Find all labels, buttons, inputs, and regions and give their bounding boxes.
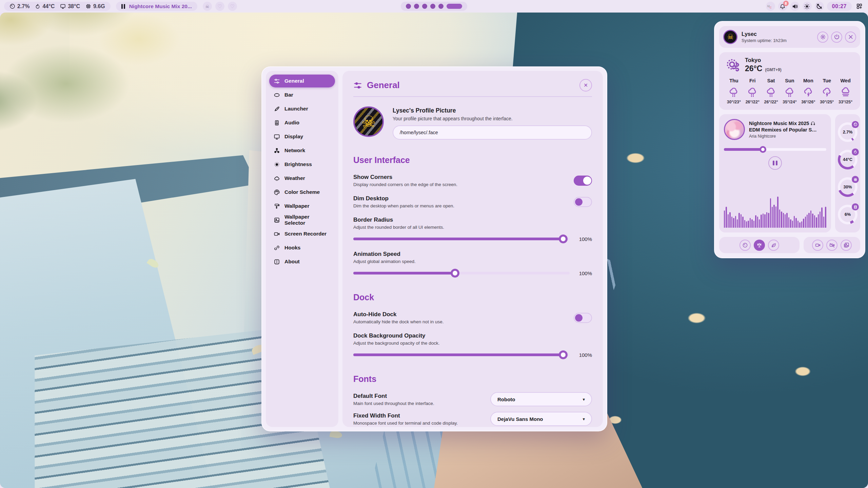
track-progress-slider[interactable]: [724, 146, 826, 153]
dim-desktop-label: Dim Desktop: [353, 195, 454, 202]
screen: 2.7% 44°C 38°C 9.6G Nightcore Music Mix …: [0, 0, 868, 488]
workspace-dot[interactable]: [406, 4, 411, 9]
header-divider: [353, 96, 592, 97]
visualizer-bar: [748, 221, 749, 228]
sidebar-item-brightness[interactable]: Brightness: [269, 158, 335, 171]
profile-path-input[interactable]: [393, 125, 592, 140]
sidebar-item-launcher[interactable]: Launcher: [269, 102, 335, 115]
settings-main-pane: General × ☠ Lysec's Profile Picture Your…: [342, 71, 603, 427]
performance-profile-button[interactable]: [739, 240, 751, 251]
sidebar-item-audio[interactable]: Audio: [269, 116, 335, 129]
power-button[interactable]: [831, 32, 842, 43]
workspace-dot[interactable]: [438, 4, 443, 9]
clock[interactable]: 00:27: [827, 2, 852, 11]
sidebar-item-screen-recorder[interactable]: Screen Recorder: [269, 227, 335, 240]
brightness-icon: [274, 161, 280, 168]
flame-icon: [852, 148, 859, 156]
tune-icon: [353, 81, 362, 90]
night-light-button[interactable]: [815, 2, 824, 11]
forecast-day: Sun 35°/24°: [781, 78, 799, 104]
progress-knob[interactable]: [760, 146, 766, 153]
visualizer-bar: [763, 214, 764, 228]
sidebar-item-general[interactable]: General: [269, 75, 335, 87]
balanced-profile-button[interactable]: [754, 240, 765, 251]
slider-knob[interactable]: [451, 269, 459, 278]
visualizer-bar: [742, 217, 743, 228]
gpu-temp-stat: 38°C: [60, 3, 80, 9]
pause-button[interactable]: [768, 156, 782, 170]
fixed-font-dropdown[interactable]: DejaVu Sans Mono ▾: [490, 412, 592, 426]
favorite-button[interactable]: ♡: [215, 2, 224, 11]
visualizer-bar: [786, 213, 787, 228]
system-stats-module[interactable]: 2.7% 44°C 38°C 9.6G: [4, 2, 111, 11]
forecast-day: Wed 33°/25°: [836, 78, 855, 104]
media-module[interactable]: Nightcore Music Mix 20...: [116, 2, 197, 11]
workspace-dot[interactable]: [430, 4, 435, 9]
slider-knob[interactable]: [559, 235, 568, 243]
sidebar-item-color-scheme[interactable]: Color Scheme: [269, 186, 335, 199]
workspace-dots[interactable]: [406, 4, 443, 9]
visualizer-bar: [757, 217, 758, 228]
sidebar-item-display[interactable]: Display: [269, 130, 335, 143]
sidebar-item-weather[interactable]: Weather: [269, 172, 335, 185]
visualizer-bar: [738, 213, 739, 228]
cpu-ring: 2.7%: [838, 122, 857, 142]
default-font-dropdown[interactable]: Roboto ▾: [490, 392, 592, 406]
memory-ring: 30%: [838, 177, 857, 197]
visualizer-bar: [807, 215, 808, 228]
workspace-dot[interactable]: [422, 4, 427, 9]
wallpaper-gallery-button[interactable]: [841, 240, 852, 251]
close-button[interactable]: ×: [579, 79, 592, 92]
workspace-dot[interactable]: [414, 4, 419, 9]
weather-city: Tokyo: [745, 57, 782, 63]
audio-visualizer: [724, 197, 826, 228]
palette-icon: [274, 189, 280, 196]
image-icon: [274, 217, 280, 223]
media-player-card: Nightcore Music Mix 2025 EDM Remixes of …: [719, 114, 831, 232]
overview-button[interactable]: [855, 2, 864, 11]
tray-app-button[interactable]: u c: [766, 2, 775, 11]
sidebar-item-wallpaper[interactable]: Wallpaper: [269, 200, 335, 212]
sidebar-item-about[interactable]: About: [269, 255, 335, 268]
active-workspace-pill[interactable]: [447, 4, 462, 9]
visualizer-bar: [746, 221, 747, 228]
animation-speed-slider[interactable]: [353, 269, 570, 278]
profile-picture-title: Lysec's Profile Picture: [393, 107, 592, 114]
dock-opacity-slider[interactable]: [353, 350, 570, 359]
like-button[interactable]: ♡: [228, 2, 237, 11]
sidebar-item-network[interactable]: Network: [269, 144, 335, 157]
visualizer-bar: [737, 219, 738, 228]
volume-button[interactable]: [790, 2, 800, 11]
system-monitor-card: 2.7% 44°C 30% 6%: [835, 114, 860, 232]
workspaces-module[interactable]: [401, 2, 467, 11]
skull-quick-button[interactable]: ☠: [203, 2, 212, 11]
visualizer-bar: [770, 198, 771, 228]
user-card: ☠ Lysec System uptime: 1h23m: [719, 26, 860, 48]
monitor-icon: [60, 3, 66, 9]
visualizer-bar: [750, 218, 751, 228]
show-corners-toggle[interactable]: [574, 176, 592, 186]
powersave-profile-button[interactable]: [768, 240, 779, 251]
sidebar-item-hooks[interactable]: Hooks: [269, 241, 335, 254]
screen-record-off-button[interactable]: [826, 240, 837, 251]
visualizer-bar: [772, 207, 773, 228]
visualizer-bar: [733, 218, 734, 228]
dim-desktop-toggle[interactable]: [574, 197, 592, 207]
visualizer-bar: [764, 214, 765, 228]
slider-knob[interactable]: [559, 350, 568, 359]
border-radius-slider[interactable]: [353, 235, 570, 243]
close-panel-button[interactable]: [845, 32, 856, 43]
sidebar-item-wallpaper-selector[interactable]: Wallpaper Selector: [269, 214, 335, 226]
forecast-day: Mon 36°/26°: [799, 78, 817, 104]
notifications-button[interactable]: 8: [778, 2, 787, 11]
sidebar-item-bar[interactable]: Bar: [269, 88, 335, 101]
screen-record-button[interactable]: [812, 240, 823, 251]
auto-hide-dock-toggle[interactable]: [574, 313, 592, 323]
settings-button[interactable]: [817, 32, 828, 43]
fixed-font-label: Fixed Width Font: [353, 412, 458, 419]
default-font-label: Default Font: [353, 393, 434, 400]
visualizer-bar: [777, 197, 778, 228]
rain-icon: [728, 87, 739, 98]
brightness-button[interactable]: [803, 2, 812, 11]
rain-icon: [784, 87, 795, 98]
